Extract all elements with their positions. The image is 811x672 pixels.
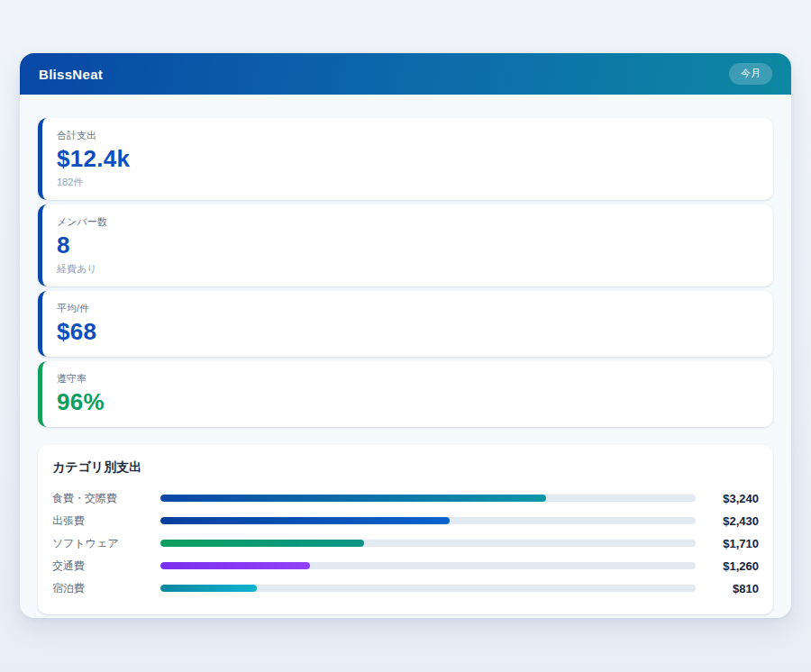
stat-sub: 経費あり bbox=[57, 262, 759, 276]
app-header: BlissNeat 今月 bbox=[20, 53, 791, 95]
stat-card-member-count: メンバー数 8 経費あり bbox=[38, 204, 773, 286]
category-bar-track bbox=[160, 585, 696, 592]
category-row-food-entertainment: 食費・交際費 $3,240 bbox=[52, 487, 759, 510]
category-value: $1,710 bbox=[703, 537, 759, 550]
category-value: $3,240 bbox=[703, 492, 759, 505]
stat-value: 8 bbox=[57, 232, 759, 259]
period-badge[interactable]: 今月 bbox=[729, 63, 772, 84]
category-bar-fill bbox=[160, 495, 546, 502]
category-bar-fill bbox=[160, 562, 310, 569]
category-breakdown-card: カテゴリ別支出 食費・交際費 $3,240 出張費 $2,430 ソフトウェア bbox=[38, 445, 773, 614]
category-bar-track bbox=[160, 517, 696, 524]
category-bar-track bbox=[160, 495, 696, 502]
stat-value: $12.4k bbox=[57, 146, 759, 173]
category-bar-track bbox=[160, 540, 696, 547]
category-bar-fill bbox=[160, 517, 450, 524]
category-label: ソフトウェア bbox=[52, 536, 160, 551]
category-bar-fill bbox=[160, 540, 364, 547]
stat-label: メンバー数 bbox=[57, 215, 759, 229]
stat-label: 平均/件 bbox=[57, 302, 759, 315]
category-label: 出張費 bbox=[52, 513, 160, 529]
category-bar-track bbox=[160, 562, 696, 569]
category-label: 食費・交際費 bbox=[52, 491, 160, 506]
stat-value: 96% bbox=[57, 389, 759, 416]
stat-value: $68 bbox=[57, 319, 759, 346]
stat-card-compliance-rate: 遵守率 96% bbox=[38, 361, 773, 427]
category-value: $810 bbox=[703, 582, 759, 595]
dashboard-content: 合計支出 $12.4k 182件 メンバー数 8 経費あり 平均/件 $68 遵… bbox=[20, 95, 791, 634]
category-row-lodging: 宿泊費 $810 bbox=[52, 577, 759, 600]
stat-card-average-per-item: 平均/件 $68 bbox=[38, 291, 773, 357]
category-label: 宿泊費 bbox=[52, 581, 160, 596]
app-title: BlissNeat bbox=[39, 67, 103, 82]
stat-card-total-spend: 合計支出 $12.4k 182件 bbox=[38, 118, 773, 200]
category-row-business-trip: 出張費 $2,430 bbox=[52, 510, 759, 532]
category-row-transportation: 交通費 $1,260 bbox=[52, 555, 759, 577]
dashboard-panel: BlissNeat 今月 合計支出 $12.4k 182件 メンバー数 8 経費… bbox=[20, 53, 791, 618]
category-value: $2,430 bbox=[703, 514, 759, 528]
category-label: 交通費 bbox=[52, 558, 160, 574]
category-value: $1,260 bbox=[703, 559, 759, 573]
stat-label: 合計支出 bbox=[57, 129, 759, 142]
category-bar-fill bbox=[160, 585, 257, 592]
stat-label: 遵守率 bbox=[57, 372, 759, 386]
category-card-title: カテゴリ別支出 bbox=[52, 459, 759, 476]
stat-sub: 182件 bbox=[57, 176, 759, 189]
category-row-software: ソフトウェア $1,710 bbox=[52, 532, 759, 555]
